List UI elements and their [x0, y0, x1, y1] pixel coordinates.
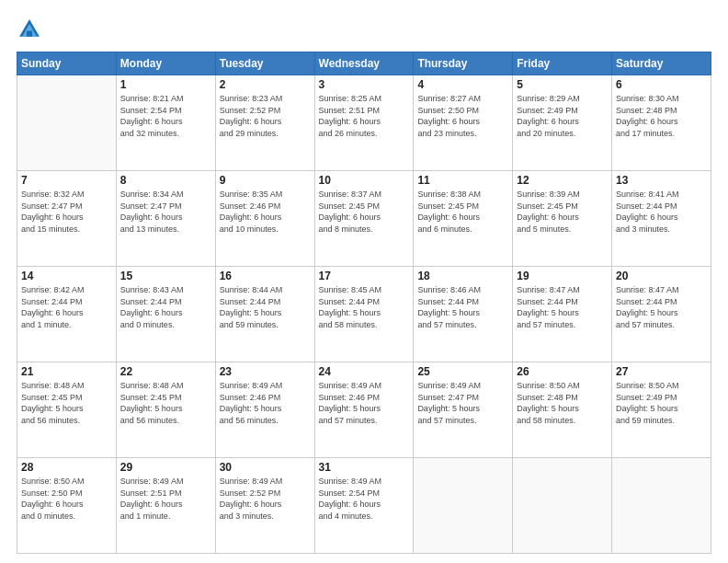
calendar-cell: 1Sunrise: 8:21 AM Sunset: 2:54 PM Daylig… — [116, 75, 215, 171]
weekday-header: Sunday — [17, 52, 117, 75]
day-info: Sunrise: 8:37 AM Sunset: 2:45 PM Dayligh… — [319, 189, 410, 235]
day-number: 16 — [220, 270, 311, 282]
day-number: 21 — [21, 365, 112, 378]
calendar-cell: 4Sunrise: 8:27 AM Sunset: 2:50 PM Daylig… — [414, 75, 513, 171]
calendar-cell: 25Sunrise: 8:49 AM Sunset: 2:47 PM Dayli… — [414, 362, 513, 458]
day-number: 13 — [616, 174, 707, 187]
day-number: 31 — [319, 461, 410, 474]
page: SundayMondayTuesdayWednesdayThursdayFrid… — [0, 0, 728, 563]
day-info: Sunrise: 8:48 AM Sunset: 2:45 PM Dayligh… — [120, 380, 211, 426]
calendar-cell: 30Sunrise: 8:49 AM Sunset: 2:52 PM Dayli… — [215, 458, 314, 554]
calendar-cell: 7Sunrise: 8:32 AM Sunset: 2:47 PM Daylig… — [17, 171, 117, 267]
day-info: Sunrise: 8:49 AM Sunset: 2:52 PM Dayligh… — [220, 476, 311, 522]
header — [17, 17, 711, 42]
calendar-week-row: 14Sunrise: 8:42 AM Sunset: 2:44 PM Dayli… — [17, 267, 711, 362]
day-info: Sunrise: 8:27 AM Sunset: 2:50 PM Dayligh… — [417, 93, 508, 139]
calendar-week-row: 21Sunrise: 8:48 AM Sunset: 2:45 PM Dayli… — [17, 362, 711, 458]
calendar-cell: 11Sunrise: 8:38 AM Sunset: 2:45 PM Dayli… — [414, 171, 513, 267]
day-info: Sunrise: 8:50 AM Sunset: 2:49 PM Dayligh… — [616, 380, 707, 426]
calendar-cell — [17, 75, 117, 171]
day-number: 23 — [220, 365, 311, 378]
day-number: 20 — [616, 270, 707, 282]
day-info: Sunrise: 8:49 AM Sunset: 2:54 PM Dayligh… — [319, 476, 410, 522]
weekday-header-row: SundayMondayTuesdayWednesdayThursdayFrid… — [17, 52, 711, 75]
calendar-cell: 3Sunrise: 8:25 AM Sunset: 2:51 PM Daylig… — [314, 75, 414, 171]
logo — [17, 17, 46, 42]
day-info: Sunrise: 8:42 AM Sunset: 2:44 PM Dayligh… — [21, 284, 112, 330]
calendar-cell: 6Sunrise: 8:30 AM Sunset: 2:48 PM Daylig… — [612, 75, 711, 171]
day-number: 12 — [517, 174, 608, 187]
day-number: 1 — [120, 78, 211, 91]
day-info: Sunrise: 8:49 AM Sunset: 2:46 PM Dayligh… — [220, 380, 311, 426]
day-info: Sunrise: 8:50 AM Sunset: 2:48 PM Dayligh… — [517, 380, 608, 426]
weekday-header: Thursday — [414, 52, 513, 75]
day-info: Sunrise: 8:49 AM Sunset: 2:46 PM Dayligh… — [319, 380, 410, 426]
day-number: 17 — [319, 270, 410, 282]
day-number: 28 — [21, 461, 112, 474]
day-info: Sunrise: 8:49 AM Sunset: 2:47 PM Dayligh… — [417, 380, 508, 426]
logo-icon — [17, 17, 42, 42]
day-info: Sunrise: 8:50 AM Sunset: 2:50 PM Dayligh… — [21, 476, 112, 522]
svg-rect-2 — [27, 31, 32, 37]
day-info: Sunrise: 8:45 AM Sunset: 2:44 PM Dayligh… — [319, 284, 410, 330]
day-number: 8 — [120, 174, 211, 187]
day-number: 11 — [417, 174, 508, 187]
day-number: 14 — [21, 270, 112, 282]
day-info: Sunrise: 8:32 AM Sunset: 2:47 PM Dayligh… — [21, 189, 112, 235]
calendar-cell: 17Sunrise: 8:45 AM Sunset: 2:44 PM Dayli… — [314, 267, 414, 362]
calendar-cell: 16Sunrise: 8:44 AM Sunset: 2:44 PM Dayli… — [215, 267, 314, 362]
day-number: 9 — [220, 174, 311, 187]
day-info: Sunrise: 8:30 AM Sunset: 2:48 PM Dayligh… — [616, 93, 707, 139]
day-info: Sunrise: 8:39 AM Sunset: 2:45 PM Dayligh… — [517, 189, 608, 235]
day-info: Sunrise: 8:47 AM Sunset: 2:44 PM Dayligh… — [616, 284, 707, 330]
day-number: 2 — [220, 78, 311, 91]
day-info: Sunrise: 8:46 AM Sunset: 2:44 PM Dayligh… — [417, 284, 508, 330]
day-info: Sunrise: 8:48 AM Sunset: 2:45 PM Dayligh… — [21, 380, 112, 426]
calendar-cell — [612, 458, 711, 554]
weekday-header: Tuesday — [215, 52, 314, 75]
day-number: 19 — [517, 270, 608, 282]
calendar-cell: 19Sunrise: 8:47 AM Sunset: 2:44 PM Dayli… — [513, 267, 612, 362]
weekday-header: Friday — [513, 52, 612, 75]
day-info: Sunrise: 8:23 AM Sunset: 2:52 PM Dayligh… — [220, 93, 311, 139]
day-info: Sunrise: 8:47 AM Sunset: 2:44 PM Dayligh… — [517, 284, 608, 330]
calendar-cell: 21Sunrise: 8:48 AM Sunset: 2:45 PM Dayli… — [17, 362, 117, 458]
calendar-cell: 24Sunrise: 8:49 AM Sunset: 2:46 PM Dayli… — [314, 362, 414, 458]
day-info: Sunrise: 8:25 AM Sunset: 2:51 PM Dayligh… — [319, 93, 410, 139]
day-info: Sunrise: 8:44 AM Sunset: 2:44 PM Dayligh… — [220, 284, 311, 330]
day-number: 15 — [120, 270, 211, 282]
calendar-cell: 28Sunrise: 8:50 AM Sunset: 2:50 PM Dayli… — [17, 458, 117, 554]
calendar-cell: 2Sunrise: 8:23 AM Sunset: 2:52 PM Daylig… — [215, 75, 314, 171]
day-number: 25 — [417, 365, 508, 378]
day-info: Sunrise: 8:21 AM Sunset: 2:54 PM Dayligh… — [120, 93, 211, 139]
calendar-cell: 12Sunrise: 8:39 AM Sunset: 2:45 PM Dayli… — [513, 171, 612, 267]
calendar-cell: 31Sunrise: 8:49 AM Sunset: 2:54 PM Dayli… — [314, 458, 414, 554]
calendar-cell — [414, 458, 513, 554]
calendar-cell: 29Sunrise: 8:49 AM Sunset: 2:51 PM Dayli… — [116, 458, 215, 554]
weekday-header: Wednesday — [314, 52, 414, 75]
day-info: Sunrise: 8:49 AM Sunset: 2:51 PM Dayligh… — [120, 476, 211, 522]
calendar-cell: 27Sunrise: 8:50 AM Sunset: 2:49 PM Dayli… — [612, 362, 711, 458]
calendar-week-row: 28Sunrise: 8:50 AM Sunset: 2:50 PM Dayli… — [17, 458, 711, 554]
day-info: Sunrise: 8:35 AM Sunset: 2:46 PM Dayligh… — [220, 189, 311, 235]
calendar-cell: 5Sunrise: 8:29 AM Sunset: 2:49 PM Daylig… — [513, 75, 612, 171]
calendar-cell: 26Sunrise: 8:50 AM Sunset: 2:48 PM Dayli… — [513, 362, 612, 458]
day-number: 6 — [616, 78, 707, 91]
weekday-header: Saturday — [612, 52, 711, 75]
calendar-cell: 23Sunrise: 8:49 AM Sunset: 2:46 PM Dayli… — [215, 362, 314, 458]
calendar-cell: 8Sunrise: 8:34 AM Sunset: 2:47 PM Daylig… — [116, 171, 215, 267]
day-number: 18 — [417, 270, 508, 282]
day-info: Sunrise: 8:29 AM Sunset: 2:49 PM Dayligh… — [517, 93, 608, 139]
day-number: 4 — [417, 78, 508, 91]
weekday-header: Monday — [116, 52, 215, 75]
calendar-cell: 22Sunrise: 8:48 AM Sunset: 2:45 PM Dayli… — [116, 362, 215, 458]
day-number: 5 — [517, 78, 608, 91]
calendar-cell: 10Sunrise: 8:37 AM Sunset: 2:45 PM Dayli… — [314, 171, 414, 267]
calendar-cell — [513, 458, 612, 554]
day-number: 26 — [517, 365, 608, 378]
calendar-cell: 18Sunrise: 8:46 AM Sunset: 2:44 PM Dayli… — [414, 267, 513, 362]
day-number: 7 — [21, 174, 112, 187]
calendar-cell: 15Sunrise: 8:43 AM Sunset: 2:44 PM Dayli… — [116, 267, 215, 362]
day-number: 30 — [220, 461, 311, 474]
day-number: 3 — [319, 78, 410, 91]
